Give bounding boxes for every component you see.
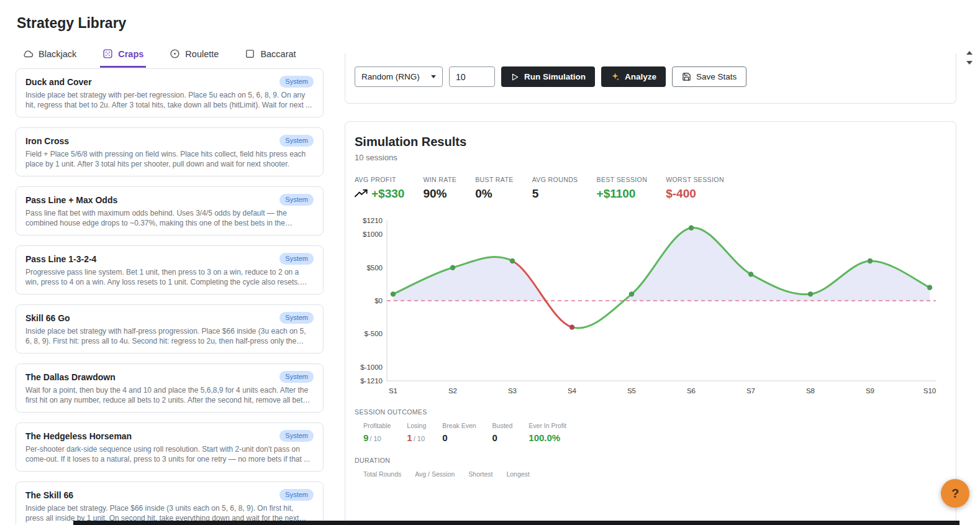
strategy-description: Per-shooter dark-side sequence using rol… — [25, 444, 314, 464]
stat-value: 90% — [423, 187, 456, 201]
tab-roulette[interactable]: Roulette — [167, 45, 221, 68]
stat-label: BEST SESSION — [597, 176, 648, 183]
play-icon — [510, 73, 519, 81]
duration-heading: DURATION — [355, 457, 946, 464]
svg-text:S6: S6 — [687, 387, 696, 395]
run-simulation-label: Run Simulation — [524, 72, 586, 81]
roulette-icon — [170, 48, 180, 59]
svg-text:S7: S7 — [746, 387, 755, 395]
system-badge: System — [279, 135, 314, 147]
system-badge: System — [279, 430, 314, 442]
outcome-suffix: / 10 — [414, 435, 425, 442]
outcome-value-text: 100.0% — [529, 432, 560, 443]
stat-label: BUST RATE — [475, 176, 514, 183]
outcome-value-text: 0 — [442, 432, 447, 443]
strategy-card[interactable]: Duck and Cover System Inside place bet s… — [16, 68, 324, 117]
strategy-card-head: Pass Line 1-3-2-4 System — [25, 253, 314, 265]
stats-row: AVG PROFIT +$330 WIN RATE 90% BUST RATE … — [355, 176, 946, 201]
stat: BUST RATE 0% — [475, 176, 514, 201]
page-title: Strategy Library — [17, 15, 126, 32]
tab-baccarat[interactable]: Baccarat — [242, 45, 298, 68]
dice-icon — [102, 48, 113, 59]
strategy-card[interactable]: The Hedgeless Horseman System Per-shoote… — [16, 422, 324, 472]
svg-text:$500: $500 — [366, 264, 383, 272]
svg-text:S10: S10 — [923, 387, 936, 395]
stat-value-text: +$330 — [371, 187, 404, 201]
svg-text:S3: S3 — [508, 387, 517, 395]
strategy-title: Iron Cross — [25, 135, 69, 147]
stat-label: AVG ROUNDS — [532, 176, 578, 183]
stat-value-text: $-400 — [666, 187, 696, 201]
chevron-down-icon — [431, 75, 436, 78]
strategy-card-head: Iron Cross System — [25, 135, 314, 147]
strategy-title: The Skill 66 — [25, 490, 73, 501]
stat-value-text: 0% — [475, 187, 492, 201]
strategy-card[interactable]: Pass Line 1-3-2-4 System Progressive pas… — [16, 245, 324, 294]
scroll-down-icon[interactable] — [966, 61, 973, 65]
stat-value-text: 5 — [532, 187, 539, 201]
svg-text:$-1210: $-1210 — [360, 377, 383, 385]
system-badge: System — [279, 194, 314, 206]
strategy-description: Progressive pass line system. Bet 1 unit… — [25, 267, 314, 287]
run-simulation-button[interactable]: Run Simulation — [501, 66, 595, 87]
simulation-controls: Random (RNG) Run Simulation Analyze Save… — [355, 66, 746, 87]
stat-value: 5 — [532, 187, 578, 201]
strategy-card[interactable]: The Skill 66 System Inside place bet str… — [16, 482, 324, 525]
chart-wrap: $1210$1000$500$0$-500$-1000$-1210S1S2S3S… — [355, 212, 946, 401]
save-icon — [682, 72, 691, 81]
stat-label: WIN RATE — [423, 176, 456, 183]
help-button[interactable]: ? — [941, 479, 969, 508]
roll-source-value: Random (RNG) — [361, 72, 420, 81]
svg-text:$0: $0 — [374, 297, 383, 304]
tab-label: Craps — [118, 49, 143, 59]
tab-blackjack[interactable]: Blackjack — [20, 45, 79, 68]
tab-craps[interactable]: Craps — [100, 45, 146, 68]
strategy-card-head: The Hedgeless Horseman System — [25, 430, 314, 442]
strategy-card[interactable]: The Dallas Drawdown System Wait for a po… — [16, 363, 324, 413]
duration-row: Total RoundsAvg / SessionShortestLongest — [355, 470, 946, 478]
outcome-label: Profitable — [363, 422, 391, 429]
svg-text:$1000: $1000 — [363, 231, 383, 238]
sessions-input[interactable] — [449, 66, 495, 87]
outcome: Busted 0 — [492, 422, 513, 443]
strategy-title: The Hedgeless Horseman — [25, 431, 132, 442]
duration-label: Total Rounds — [363, 470, 401, 478]
strategy-card[interactable]: Skill 66 Go System Inside place bet stra… — [16, 304, 324, 354]
svg-text:S1: S1 — [389, 387, 397, 395]
question-mark-icon: ? — [951, 486, 959, 501]
analyze-button[interactable]: Analyze — [601, 66, 666, 87]
save-stats-button[interactable]: Save Stats — [672, 66, 746, 87]
duration-label: Longest — [506, 470, 529, 478]
stat: AVG ROUNDS 5 — [532, 176, 578, 201]
strategy-title: Skill 66 Go — [25, 313, 70, 324]
system-badge: System — [279, 76, 314, 88]
tab-label: Blackjack — [39, 49, 76, 59]
stat: AVG PROFIT +$330 — [355, 176, 404, 201]
strategy-card-head: The Dallas Drawdown System — [25, 371, 314, 383]
square-icon — [245, 48, 255, 59]
scroll-up-icon[interactable] — [966, 51, 973, 55]
strategy-title: Pass Line + Max Odds — [25, 194, 117, 206]
stat-label: WORST SESSION — [666, 176, 724, 183]
outcome-value: 0 — [492, 432, 513, 443]
duration-label: Avg / Session — [415, 470, 455, 478]
strategy-card[interactable]: Pass Line + Max Odds System Pass line fl… — [16, 186, 324, 235]
outcome-label: Losing — [407, 422, 426, 429]
strategy-description: Inside place bet strategy with half-pres… — [25, 326, 314, 346]
roll-source-select[interactable]: Random (RNG) — [355, 66, 443, 87]
strategy-card-head: Duck and Cover System — [25, 76, 314, 88]
outcome: Break Even 0 — [442, 422, 476, 443]
strategy-card-head: The Skill 66 System — [25, 489, 314, 501]
stat: BEST SESSION +$1100 — [597, 176, 648, 201]
outcome: Ever In Profit 100.0% — [529, 422, 566, 443]
scrollbar-buttons — [966, 51, 973, 65]
strategy-list: Duck and Cover System Inside place bet s… — [16, 68, 324, 525]
strategy-description: Wait for a point, then buy the 4 and 10 … — [25, 385, 314, 405]
svg-text:S9: S9 — [866, 387, 874, 395]
outcome-value: 0 — [442, 432, 476, 443]
results-title: Simulation Results — [355, 134, 946, 149]
simulation-results-card: Simulation Results 10 sessions AVG PROFI… — [345, 121, 956, 525]
system-badge: System — [279, 371, 314, 383]
strategy-card[interactable]: Iron Cross System Field + Place 5/6/8 wi… — [16, 127, 324, 176]
strategy-title: Duck and Cover — [25, 76, 92, 88]
